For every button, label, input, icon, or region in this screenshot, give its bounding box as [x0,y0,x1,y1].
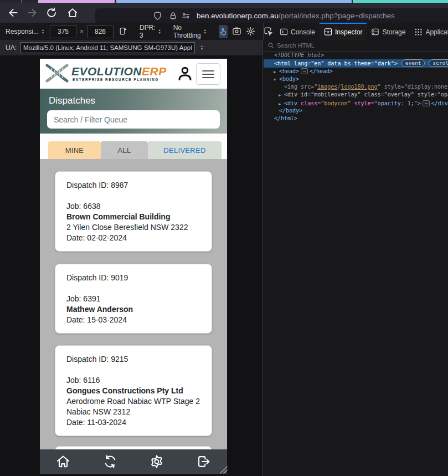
dna-helix-icon [45,62,69,84]
collapse-arrow-icon[interactable]: ▼ [274,76,279,83]
ua-label: UA: [6,44,17,52]
nav-logout-icon[interactable] [195,453,212,470]
markup-view: <!DOCTYPE html><html lang="en" data-bs-t… [264,52,448,476]
viewport-width-input[interactable] [50,25,76,38]
code-token: "opacity: 1;" [374,100,418,106]
queue-search-input[interactable] [47,110,220,129]
devtools-tab-inspector[interactable]: Inspector [320,23,367,40]
dispatch-card[interactable]: Dispatch ID: 9215Job: 6116Gongues Constr… [55,345,212,436]
code-token: </html> [274,115,297,121]
dispatch-tab-all[interactable]: ALL [101,141,148,159]
brand-name-primary: EVOLUTION [71,65,142,78]
brand-text: EVOLUTIONERP ENTERPRISE RESOURCE PLANNIN… [71,65,167,81]
user-profile-icon[interactable] [176,65,194,83]
select-arrows-icon: ▲▼ [204,29,207,34]
browser-toolbar: ben.evolutionerp.com.au/portal/index.php… [0,3,448,23]
devtools-tab-storage[interactable]: Storage [367,23,410,40]
card-spacer [66,191,200,201]
rotate-viewport-icon[interactable] [118,25,127,38]
menu-button[interactable] [196,63,220,85]
dispatch-tabs: MINEALLDELIVERED [48,141,222,159]
dispatch-tab-mine[interactable]: MINE [48,141,101,159]
html-close[interactable]: </html> [264,115,448,122]
devtools-tab-application[interactable]: Application [410,23,448,40]
html-node-selected[interactable]: <html lang="en" data-bs-theme="dark">eve… [264,59,448,67]
device-selector[interactable]: Responsi... ▲▼ [3,28,47,35]
code-token: <div id="mobileoverlay" class="overlay" … [284,91,448,98]
img-node[interactable]: <img src="images/logo180.png" style="dis… [264,83,448,91]
head-node[interactable]: ▶<head>⋯</head> [264,68,448,75]
rdm-toolbar: Responsi... ▲▼ × DPR: 3 ▲▼ No Throttling… [0,23,263,40]
card-spacer [66,365,200,375]
devtools-tab-label: Storage [382,28,405,36]
expand-arrow-icon[interactable]: ▶ [279,91,284,99]
dispatch-date: Date: 11-03-2024 [66,417,200,428]
code-token[interactable]: images [317,84,337,90]
collapsed-content-badge[interactable]: ⋯ [301,68,308,74]
devtools-tab-label: Console [291,28,315,36]
throttling-selector[interactable]: No Throttling ▲▼ [171,24,209,39]
nav-home-icon[interactable] [55,453,71,470]
url-text: ben.evolutionerp.com.au/portal/index.php… [197,12,395,20]
collapsed-content-badge[interactable]: ⋯ [423,100,430,106]
ua-input[interactable] [20,42,195,53]
code-token: </body> [279,108,302,114]
screenshot-root: ben.evolutionerp.com.au/portal/index.php… [0,0,448,476]
dispatch-list: Dispatch ID: 8987Job: 6638Brown Commerci… [40,159,227,449]
dpr-label: DPR: 3 [140,24,156,39]
code-token[interactable]: logo180.png [341,84,377,90]
select-arrows-icon: ▲▼ [158,29,161,34]
url-bar[interactable]: ben.evolutionerp.com.au/portal/index.php… [95,8,448,23]
nav-settings-icon[interactable] [148,453,165,470]
app-bottom-nav [40,449,227,474]
doctype-line[interactable]: <!DOCTYPE html> [264,52,448,59]
card-spacer [66,283,200,294]
nav-sync-icon[interactable] [102,453,119,470]
expand-arrow-icon[interactable]: ▶ [279,100,284,107]
devtools-tab-label: Application [425,28,448,36]
viewport-resize-grip[interactable] [219,465,228,474]
scroll-badge[interactable]: scroll [429,59,448,67]
mobileoverlay-node[interactable]: ▶<div id="mobileoverlay" class="overlay"… [264,91,448,99]
home-icon[interactable] [66,7,79,19]
code-token: <div [284,100,297,106]
devtools-tabbar: ConsoleInspectorStorageApplication [263,23,448,40]
code-token: <img src= [284,84,314,90]
devtools-tab-console[interactable]: Console [275,23,320,40]
dpr-selector[interactable]: DPR: 3 ▲▼ [137,24,163,39]
viewport-height-input[interactable] [87,25,114,38]
pick-element-icon[interactable] [264,23,273,40]
device-viewport: EVOLUTIONERP ENTERPRISE RESOURCE PLANNIN… [40,59,227,474]
body-close[interactable]: </body> [264,107,448,115]
rdm-settings-icon[interactable] [246,25,255,38]
forward-icon[interactable] [27,7,39,19]
url-path: /portal/index.php?page=dispatches [279,12,395,20]
inspector-icon [324,28,332,36]
select-arrows-icon: ▲▼ [42,29,44,34]
job-address: Nabiac NSW 2312 [66,407,200,417]
code-token: <body> [279,76,299,82]
dispatch-card[interactable]: Dispatch ID: 8987Job: 6638Brown Commerci… [55,171,212,252]
body-node[interactable]: ▼<body> [264,75,448,83]
inspector-panel: Search HTML <!DOCTYPE html><html lang="e… [262,40,448,476]
permissions-icon[interactable] [181,11,191,21]
throttling-label: No Throttling [173,24,201,39]
lock-icon[interactable] [168,11,178,21]
html-search-bar[interactable]: Search HTML [264,40,448,52]
expand-arrow-icon[interactable]: ▶ [274,68,279,75]
back-icon[interactable] [7,7,19,19]
dispatch-id: Dispatch ID: 9215 [66,354,200,365]
code-token: <html lang="en" data-bs-theme="dark"> [274,60,398,66]
reload-icon[interactable] [45,7,58,19]
job-number: Job: 6391 [66,294,200,304]
code-token: </div> [431,100,448,106]
shield-icon[interactable] [153,11,162,21]
touch-simulation-icon[interactable] [219,25,228,38]
dispatch-card[interactable]: Dispatch ID: 9019Job: 6391Mathew Anderso… [55,264,212,334]
screenshot-icon[interactable] [232,25,241,38]
bodycon-node[interactable]: ▶<div class="bodycon" style="opacity: 1;… [264,99,448,107]
dispatch-date: Date: 15-03-2024 [66,315,200,325]
event-badge[interactable]: event [401,59,425,67]
dispatch-tab-delivered[interactable]: DELIVERED [148,141,222,159]
select-arrows-icon: ▲▼ [200,45,203,50]
